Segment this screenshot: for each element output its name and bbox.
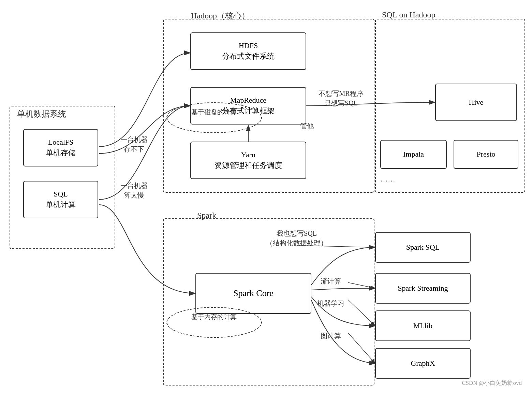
spark-sql-label: Spark SQL xyxy=(406,242,440,253)
sql-line2: 单机计算 xyxy=(46,200,76,210)
mem-calc-label: 基于内存的计算 xyxy=(168,312,260,322)
presto-box: Presto xyxy=(454,140,518,169)
standalone-label: 单机数据系统 xyxy=(17,108,66,119)
localfs-box: LocalFS 单机存储 xyxy=(23,129,98,166)
mem-calc-ellipse xyxy=(166,307,262,338)
graphx-box: GraphX xyxy=(375,348,471,379)
graphx-label: GraphX xyxy=(411,358,435,369)
yarn-box: Yarn 资源管理和任务调度 xyxy=(190,142,306,179)
annotation-wantsql: 我也想写SQL（结构化数据处理） xyxy=(256,229,338,248)
hive-box: Hive xyxy=(435,84,517,121)
yarn-line2: 资源管理和任务调度 xyxy=(215,160,282,171)
hdfs-line2: 分布式文件系统 xyxy=(222,51,275,62)
disk-calc-label: 基于磁盘的计算 xyxy=(168,108,260,117)
presto-label: Presto xyxy=(477,149,496,160)
mllib-label: MLlib xyxy=(413,321,432,331)
sql-line1: SQL xyxy=(54,189,68,200)
spark-label: Spark xyxy=(197,211,216,220)
annotation-slow: 一台机器算太慢 xyxy=(109,181,159,200)
hadoop-label: Hadoop（核心） xyxy=(191,10,250,21)
annotation-full: 一台机器存不下 xyxy=(109,135,159,154)
yarn-line1: Yarn xyxy=(241,150,255,160)
annotation-ml: 机器学习 xyxy=(314,299,348,308)
annotation-guanta: 管他 xyxy=(293,121,321,131)
localfs-line1: LocalFS xyxy=(48,137,74,148)
hdfs-box: HDFS 分布式文件系统 xyxy=(190,32,306,70)
impala-label: Impala xyxy=(403,149,424,160)
impala-box: Impala xyxy=(380,140,447,169)
spark-streaming-label: Spark Streaming xyxy=(398,283,448,294)
annotation-graph: 图计算 xyxy=(314,331,348,340)
hdfs-line1: HDFS xyxy=(239,41,258,51)
annotation-nomr: 不想写MR程序只想写SQL xyxy=(307,89,375,108)
standalone-section xyxy=(10,106,115,249)
localfs-line2: 单机存储 xyxy=(46,148,76,158)
annotation-stream: 流计算 xyxy=(314,276,348,286)
mllib-box: MLlib xyxy=(375,310,471,341)
spark-core-label: Spark Core xyxy=(233,287,274,300)
watermark: CSDN @小白兔奶糖ovd xyxy=(462,379,522,387)
more-label: …… xyxy=(380,174,395,185)
spark-sql-box: Spark SQL xyxy=(375,232,471,263)
sql-on-hadoop-label: SQL on Hadoop xyxy=(382,10,435,19)
sql-box: SQL 单机计算 xyxy=(23,181,98,218)
disk-calc-ellipse xyxy=(166,102,262,133)
spark-streaming-box: Spark Streaming xyxy=(375,273,471,304)
hive-label: Hive xyxy=(469,97,484,108)
